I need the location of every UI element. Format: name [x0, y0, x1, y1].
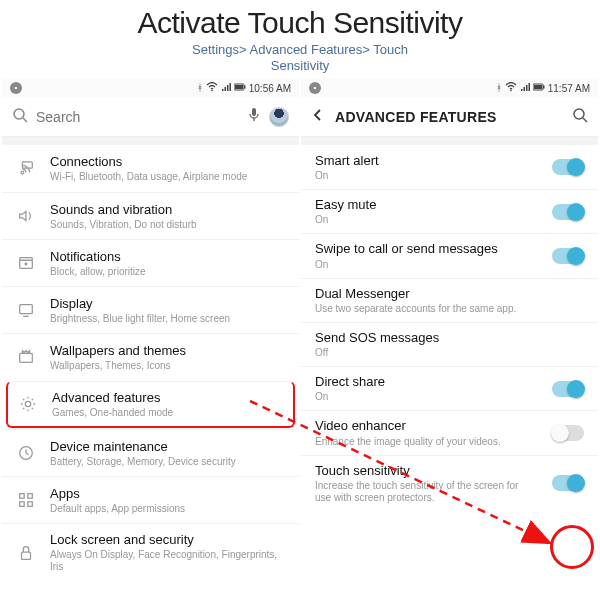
toggle[interactable] — [552, 248, 584, 264]
adv-item-smart-alert[interactable]: Smart alertOn — [301, 145, 598, 189]
adv-item-swipe-to-call-or-send-messages[interactable]: Swipe to call or send messagesOn — [301, 233, 598, 277]
avatar[interactable] — [269, 107, 289, 127]
item-title: Send SOS messages — [315, 330, 578, 346]
toggle[interactable] — [552, 381, 584, 397]
sound-icon — [16, 206, 36, 226]
item-title: Lock screen and security — [50, 532, 285, 548]
advanced-features-list: Smart alertOnEasy muteOnSwipe to call or… — [301, 145, 598, 511]
item-title: Swipe to call or send messages — [315, 241, 536, 257]
svg-point-16 — [25, 401, 30, 406]
signal-icon — [520, 82, 530, 94]
settings-item-advanced-features[interactable]: Advanced featuresGames, One-handed mode — [6, 381, 295, 428]
settings-item-sounds-and-vibration[interactable]: Sounds and vibrationSounds, Vibration, D… — [2, 192, 299, 239]
svg-rect-19 — [28, 494, 33, 499]
search-icon[interactable] — [572, 107, 588, 127]
svg-point-0 — [211, 90, 213, 92]
svg-line-5 — [23, 118, 27, 122]
item-subtitle: Wallpapers, Themes, Icons — [50, 360, 285, 372]
device-maint-icon — [16, 443, 36, 463]
item-subtitle: Off — [315, 347, 578, 359]
item-body: DisplayBrightness, Blue light filter, Ho… — [50, 296, 285, 325]
svg-rect-25 — [543, 86, 545, 89]
bluetooth-icon: ᚼ — [496, 83, 502, 93]
item-subtitle: Enhance the image quality of your videos… — [315, 436, 536, 448]
item-subtitle: On — [315, 391, 536, 403]
advanced-title: ADVANCED FEATURES — [335, 109, 497, 125]
item-body: Easy muteOn — [315, 197, 542, 226]
toggle[interactable] — [552, 425, 584, 441]
adv-item-video-enhancer[interactable]: Video enhancerEnhance the image quality … — [301, 410, 598, 454]
item-body: Video enhancerEnhance the image quality … — [315, 418, 542, 447]
apps-icon — [16, 490, 36, 510]
item-body: Dual MessengerUse two separate accounts … — [315, 286, 584, 315]
toggle[interactable] — [552, 475, 584, 491]
adv-item-easy-mute[interactable]: Easy muteOn — [301, 189, 598, 233]
item-subtitle: Battery, Storage, Memory, Device securit… — [50, 456, 285, 468]
settings-item-display[interactable]: DisplayBrightness, Blue light filter, Ho… — [2, 286, 299, 333]
svg-rect-3 — [235, 85, 243, 89]
battery-icon — [234, 82, 246, 94]
svg-rect-22 — [22, 552, 31, 559]
item-body: AppsDefault apps, App permissions — [50, 486, 285, 515]
item-subtitle: Use two separate accounts for the same a… — [315, 303, 578, 315]
bluetooth-icon: ᚼ — [197, 83, 203, 93]
settings-item-connections[interactable]: ConnectionsWi-Fi, Bluetooth, Data usage,… — [2, 145, 299, 192]
item-subtitle: Increase the touch sensitivity of the sc… — [315, 480, 536, 504]
wifi-icon — [206, 82, 218, 94]
svg-point-12 — [25, 263, 27, 265]
mic-icon[interactable] — [247, 107, 261, 126]
adv-item-direct-share[interactable]: Direct shareOn — [301, 366, 598, 410]
item-title: Sounds and vibration — [50, 202, 285, 218]
svg-rect-21 — [28, 502, 33, 507]
adv-item-dual-messenger[interactable]: Dual MessengerUse two separate accounts … — [301, 278, 598, 322]
svg-rect-13 — [20, 305, 33, 314]
notifications-icon — [16, 253, 36, 273]
svg-rect-2 — [244, 86, 246, 89]
wallpaper-icon — [16, 347, 36, 367]
advanced-header: ADVANCED FEATURES — [301, 97, 598, 137]
svg-point-27 — [574, 109, 584, 119]
toggle-thumb — [567, 158, 585, 176]
status-bar: ⚬ ᚼ 11:57 AM — [301, 79, 598, 97]
adv-item-touch-sensitivity[interactable]: Touch sensitivityIncrease the touch sens… — [301, 455, 598, 511]
search-input[interactable] — [36, 109, 239, 125]
phone-advanced-features: ⚬ ᚼ 11:57 AM ADVANCED FEATURES — [301, 79, 598, 581]
phone-settings: ⚬ ᚼ 10:56 AM — [2, 79, 299, 581]
toggle[interactable] — [552, 159, 584, 175]
settings-item-device-maintenance[interactable]: Device maintenanceBattery, Storage, Memo… — [2, 429, 299, 476]
item-title: Display — [50, 296, 285, 312]
toggle-thumb — [567, 474, 585, 492]
item-title: Device maintenance — [50, 439, 285, 455]
item-body: Lock screen and securityAlways On Displa… — [50, 532, 285, 573]
search-bar[interactable] — [2, 97, 299, 137]
item-subtitle: Wi-Fi, Bluetooth, Data usage, Airplane m… — [50, 171, 285, 183]
item-body: Advanced featuresGames, One-handed mode — [52, 390, 283, 419]
item-title: Easy mute — [315, 197, 536, 213]
settings-item-lock-screen-and-security[interactable]: Lock screen and securityAlways On Displa… — [2, 523, 299, 581]
item-body: Wallpapers and themesWallpapers, Themes,… — [50, 343, 285, 372]
svg-point-8 — [21, 171, 24, 174]
adv-item-send-sos-messages[interactable]: Send SOS messagesOff — [301, 322, 598, 366]
reddit-icon: ⚬ — [10, 82, 22, 94]
item-body: NotificationsBlock, allow, prioritize — [50, 249, 285, 278]
item-subtitle: Brightness, Blue light filter, Home scre… — [50, 313, 285, 325]
status-bar: ⚬ ᚼ 10:56 AM — [2, 79, 299, 97]
settings-item-apps[interactable]: AppsDefault apps, App permissions — [2, 476, 299, 523]
toggle-thumb — [551, 424, 569, 442]
item-title: Touch sensitivity — [315, 463, 536, 479]
lock-icon — [16, 543, 36, 563]
item-body: Device maintenanceBattery, Storage, Memo… — [50, 439, 285, 468]
breadcrumb-line-2: Sensitivity — [271, 58, 330, 73]
svg-point-23 — [510, 90, 512, 92]
connections-icon — [16, 159, 36, 179]
back-icon[interactable] — [311, 106, 325, 127]
status-time: 10:56 AM — [249, 83, 291, 94]
item-title: Dual Messenger — [315, 286, 578, 302]
settings-item-wallpapers-and-themes[interactable]: Wallpapers and themesWallpapers, Themes,… — [2, 333, 299, 380]
toggle[interactable] — [552, 204, 584, 220]
search-icon — [12, 107, 28, 127]
signal-icon — [221, 82, 231, 94]
settings-item-notifications[interactable]: NotificationsBlock, allow, prioritize — [2, 239, 299, 286]
item-subtitle: Block, allow, prioritize — [50, 266, 285, 278]
item-subtitle: On — [315, 170, 536, 182]
